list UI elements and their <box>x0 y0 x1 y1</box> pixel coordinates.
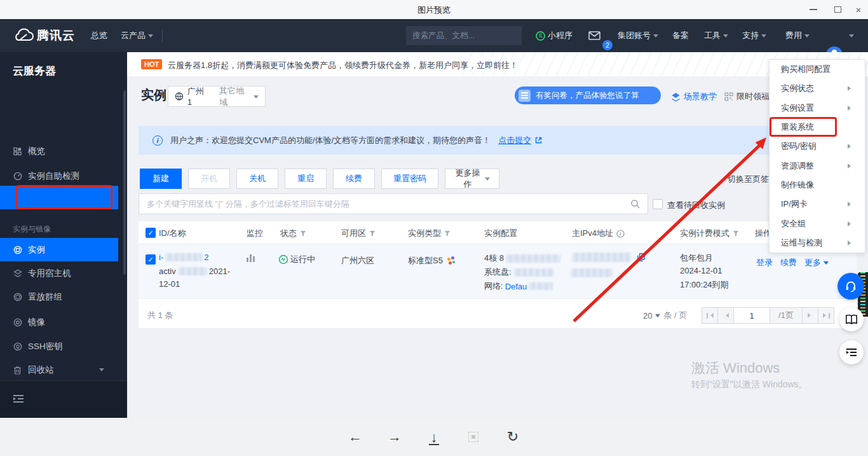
col-zone[interactable]: 可用区 <box>341 228 376 239</box>
chevron-down-icon <box>254 95 259 101</box>
sidebar-item-ssh-keys[interactable]: SSH密钥 <box>0 335 127 358</box>
nav-tools-label: 工具 <box>704 30 721 41</box>
redacted-config <box>506 254 560 263</box>
page-size-selector[interactable]: 20 条 / 页 <box>643 310 687 321</box>
instance-filter-input[interactable] <box>147 199 630 209</box>
minimize-button[interactable] <box>803 0 824 19</box>
sidebar-item-instances[interactable]: 实例 <box>0 238 118 261</box>
filter-icon[interactable] <box>444 230 451 237</box>
sidebar-item-dedicated-host[interactable]: 专用宿主机 <box>0 261 127 285</box>
monitor-chart-icon[interactable] <box>247 254 255 262</box>
nav-miniprogram[interactable]: S 小程序 <box>536 19 573 52</box>
start-button[interactable]: 开机 <box>188 169 230 189</box>
sidebar-item-recycle-bin[interactable]: 回收站 <box>0 358 127 382</box>
message-count-badge[interactable]: 2 <box>602 40 613 50</box>
windows-watermark-line1: 激活 Windows <box>691 359 780 378</box>
nav-search-input[interactable] <box>412 31 515 40</box>
menu-item-password-key[interactable]: 密码/密钥 <box>770 137 865 156</box>
instance-id[interactable]: i- 2 <box>159 252 208 262</box>
renew-link[interactable]: 续费 <box>780 257 797 268</box>
shutdown-button[interactable]: 关机 <box>236 169 278 189</box>
next-page-button[interactable] <box>802 307 818 324</box>
menu-item-reinstall-os[interactable]: 重装系统 <box>770 118 865 137</box>
menu-item-security-group[interactable]: 安全组 <box>770 214 865 233</box>
menu-item-resource-adjust[interactable]: 资源调整 <box>770 156 865 175</box>
feedback-button[interactable] <box>839 340 864 364</box>
col-status[interactable]: 状态 <box>280 228 306 239</box>
documentation-button[interactable] <box>839 307 864 331</box>
col-ip-label: 主IPv4地址 <box>572 228 613 239</box>
row-checkbox[interactable]: ✓ <box>146 254 156 265</box>
col-id-name[interactable]: ID/名称 <box>159 228 186 239</box>
menu-item-buy-same-config[interactable]: 购买相同配置 <box>770 60 865 79</box>
submit-feedback-link[interactable]: 点击提交 <box>498 135 531 146</box>
prev-page-button[interactable] <box>717 307 734 324</box>
globe-icon <box>175 92 184 101</box>
sidebar-item-overview[interactable]: 概览 <box>0 139 127 163</box>
renew-button[interactable]: 续费 <box>333 169 375 189</box>
filter-icon[interactable] <box>369 230 376 237</box>
tencent-cloud-logo[interactable]: 腾讯云 <box>13 19 75 52</box>
first-page-button[interactable] <box>702 307 718 324</box>
search-icon[interactable] <box>630 199 640 209</box>
nav-products[interactable]: 云产品 <box>121 19 153 52</box>
nav-group-account[interactable]: 集团账号 <box>618 19 658 52</box>
nav-billing[interactable]: 费用 <box>785 19 810 52</box>
billing-date: 2024-12-01 <box>680 266 722 275</box>
region-selector[interactable]: 广州 1 其它地域 <box>168 86 266 107</box>
instance-row[interactable]: ✓ i- 2 activ 2021- 12-01 运行中 广州六区 <box>139 244 857 299</box>
customer-service-button[interactable] <box>837 273 864 300</box>
select-all-checkbox[interactable]: ✓ <box>146 228 156 238</box>
more-actions-button[interactable]: 更多操作 <box>445 169 499 189</box>
scene-tutorial-link[interactable]: 场景教学 <box>671 91 717 102</box>
switch-tab-label[interactable]: 切换至页签 <box>728 174 769 185</box>
vpc-link[interactable]: Defau <box>505 282 527 291</box>
more-link[interactable]: 更多 <box>804 257 829 268</box>
close-button[interactable]: × <box>848 0 868 19</box>
menu-item-label: 资源调整 <box>781 160 848 172</box>
filter-icon[interactable] <box>300 230 306 237</box>
fit-screen-button[interactable] <box>463 426 484 448</box>
nav-user-menu[interactable] <box>849 19 854 52</box>
login-link[interactable]: 登录 <box>756 257 773 268</box>
menu-item-ops-detection[interactable]: 运维与检测 <box>770 233 865 252</box>
nav-tools[interactable]: 工具 <box>704 19 728 52</box>
page-number-input[interactable]: 1 <box>733 307 770 324</box>
menu-item-create-image[interactable]: 制作镜像 <box>770 176 865 195</box>
recycle-checkbox-label[interactable]: 查看待回收实例 <box>667 200 725 211</box>
more-actions-label: 更多操作 <box>454 167 481 190</box>
promo-text[interactable]: 云服务器1.8折起，消费满额更可体验免费产品，领续费升级代金券，新老用户同享，立… <box>168 60 518 71</box>
last-page-button[interactable] <box>818 307 834 324</box>
survey-banner-button[interactable]: 有奖问卷，产品体验您说了算 <box>515 86 661 104</box>
nav-messages[interactable] <box>588 19 600 52</box>
sidebar-item-self-check[interactable]: 实例自助检测 <box>0 164 127 188</box>
sidebar-item-images[interactable]: 镜像 <box>0 310 127 334</box>
col-type[interactable]: 实例类型 <box>408 228 451 239</box>
download-button[interactable]: ↓ <box>423 426 445 448</box>
col-billing[interactable]: 实例计费模式 <box>680 228 739 239</box>
menu-item-instance-status[interactable]: 实例状态 <box>770 79 865 98</box>
menu-item-instance-settings[interactable]: 实例设置 <box>770 99 865 118</box>
sidebar-item-placement-group[interactable]: 置放群组 <box>0 285 127 308</box>
sidebar-item-label: 置放群组 <box>28 291 62 303</box>
menu-item-ip-nic[interactable]: IP/网卡 <box>770 195 865 214</box>
previous-image-button[interactable]: ← <box>344 426 366 448</box>
reset-password-button[interactable]: 重置密码 <box>381 169 438 189</box>
info-icon[interactable] <box>616 230 625 238</box>
region-other[interactable]: 其它地域 <box>219 85 250 108</box>
rotate-button[interactable]: ↻ <box>502 426 524 448</box>
nav-overview[interactable]: 总览 <box>91 19 107 52</box>
nav-beian[interactable]: 备案 <box>672 19 689 52</box>
maximize-button[interactable] <box>827 0 848 19</box>
nav-support[interactable]: 支持 <box>742 19 766 52</box>
instance-filter-box[interactable] <box>139 193 648 214</box>
next-image-button[interactable]: → <box>384 426 405 448</box>
copy-icon[interactable] <box>637 253 645 261</box>
restart-button[interactable]: 重启 <box>285 169 327 189</box>
create-button[interactable]: 新建 <box>140 169 182 189</box>
recycle-checkbox[interactable] <box>653 199 663 209</box>
collapse-sidebar-icon[interactable] <box>13 394 24 403</box>
sidebar-scrollbar[interactable] <box>123 90 126 275</box>
filter-icon[interactable] <box>733 230 739 237</box>
nav-search-box[interactable] <box>406 26 522 45</box>
